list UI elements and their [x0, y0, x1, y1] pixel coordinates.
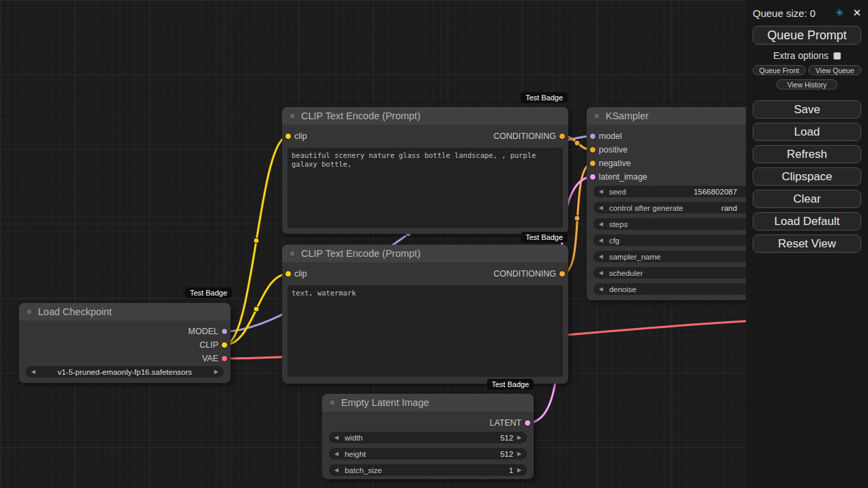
node-graph-canvas[interactable]: Load Checkpoint MODEL CLIP VAE ◀ v1-5-pr…	[0, 0, 868, 488]
extra-options-checkbox[interactable]	[833, 52, 841, 60]
node-title: Load Checkpoint	[38, 306, 112, 317]
node-title: CLIP Text Encode (Prompt)	[301, 248, 420, 259]
widget-label: width	[344, 434, 363, 442]
height-widget[interactable]: ◀ height 512 ▶	[329, 448, 527, 460]
load-default-button[interactable]: Load Default	[753, 212, 861, 230]
node-title-bar[interactable]: Load Checkpoint	[19, 303, 231, 321]
node-title-bar[interactable]: CLIP Text Encode (Prompt)	[282, 245, 568, 262]
node-title-bar[interactable]: CLIP Text Encode (Prompt)	[282, 107, 568, 125]
collapse-dot-icon[interactable]	[289, 250, 296, 257]
wire-clip-positive	[224, 136, 288, 345]
node-title: Empty Latent Image	[341, 397, 429, 408]
node-title: KSampler	[606, 110, 649, 121]
arrow-right-icon[interactable]: ▶	[214, 369, 218, 375]
node-badge: Test Badge	[487, 379, 534, 390]
output-label-latent: LATENT	[490, 416, 521, 430]
prompt-textarea[interactable]: beautiful scenery nature glass bottle la…	[288, 148, 563, 228]
output-label-vae: VAE	[202, 352, 218, 365]
arrow-right-icon[interactable]: ▶	[517, 451, 521, 457]
queue-front-button[interactable]: Queue Front	[753, 65, 806, 75]
input-label-negative: negative	[599, 157, 631, 170]
collapse-dot-icon[interactable]	[26, 308, 33, 315]
collapse-dot-icon[interactable]	[329, 399, 336, 406]
wire-midpoint-clip-positive	[254, 238, 259, 243]
input-label-model: model	[599, 129, 622, 143]
widget-value: rand	[722, 204, 737, 212]
output-label-model: MODEL	[189, 325, 218, 338]
ckpt-name-value: v1-5-pruned-emaonly-fp16.safetensors	[39, 368, 210, 376]
menu-panel: Queue size: 0 ✳ ✕ Queue Prompt Extra opt…	[746, 0, 868, 488]
node-load-checkpoint[interactable]: Load Checkpoint MODEL CLIP VAE ◀ v1-5-pr…	[19, 303, 231, 383]
save-button[interactable]: Save	[753, 100, 861, 119]
settings-icon[interactable]: ✳	[835, 7, 844, 19]
wire-midpoint-cond-negative	[574, 216, 580, 221]
clear-button[interactable]: Clear	[753, 190, 861, 208]
widget-label: seed	[609, 188, 626, 196]
input-label-clip: clip	[294, 129, 307, 143]
arrow-left-icon[interactable]: ◀	[599, 221, 603, 227]
widget-label: sampler_name	[609, 253, 660, 261]
input-label-positive: positive	[599, 143, 627, 157]
arrow-right-icon[interactable]: ▶	[517, 467, 521, 473]
load-button[interactable]: Load	[753, 123, 861, 141]
node-badge: Test Badge	[521, 232, 568, 243]
node-title: CLIP Text Encode (Prompt)	[301, 110, 420, 121]
view-history-button[interactable]: View History	[776, 79, 837, 89]
width-widget[interactable]: ◀ width 512 ▶	[329, 432, 527, 443]
arrow-left-icon[interactable]: ◀	[599, 270, 603, 276]
widget-label: cfg	[609, 237, 619, 245]
prompt-textarea[interactable]: text, watermark	[288, 285, 563, 377]
wire-midpoint-clip-negative	[254, 306, 259, 312]
arrow-left-icon[interactable]: ◀	[599, 253, 603, 260]
collapse-dot-icon[interactable]	[289, 113, 296, 119]
input-label-latent-image: latent_image	[599, 170, 648, 184]
node-badge: Test Badge	[521, 92, 568, 103]
node-clip-text-encode-negative[interactable]: CLIP Text Encode (Prompt) clip CONDITION…	[282, 245, 568, 384]
widget-value: 512	[500, 434, 513, 442]
widget-label: batch_size	[344, 466, 382, 474]
widget-label: height	[344, 450, 366, 458]
arrow-left-icon[interactable]: ◀	[599, 286, 603, 292]
output-label-clip: CLIP	[199, 338, 218, 352]
batch-size-widget[interactable]: ◀ batch_size 1 ▶	[329, 464, 527, 476]
ckpt-name-widget[interactable]: ◀ v1-5-pruned-emaonly-fp16.safetensors ▶	[26, 366, 224, 378]
arrow-left-icon[interactable]: ◀	[334, 434, 338, 441]
queue-prompt-button[interactable]: Queue Prompt	[753, 26, 861, 45]
queue-size-label: Queue size: 0	[753, 7, 816, 19]
output-label-conditioning: CONDITIONING	[494, 267, 556, 281]
reset-view-button[interactable]: Reset View	[753, 235, 861, 253]
arrow-left-icon[interactable]: ◀	[334, 467, 338, 473]
view-queue-button[interactable]: View Queue	[808, 65, 861, 75]
arrow-left-icon[interactable]: ◀	[599, 188, 603, 195]
node-empty-latent-image[interactable]: Empty Latent Image LATENT ◀ width 512 ▶ …	[322, 394, 534, 479]
arrow-left-icon[interactable]: ◀	[31, 369, 35, 375]
node-title-bar[interactable]: Empty Latent Image	[322, 394, 534, 411]
arrow-left-icon[interactable]: ◀	[599, 237, 603, 243]
close-icon[interactable]: ✕	[852, 7, 861, 19]
arrow-left-icon[interactable]: ◀	[599, 205, 603, 211]
widget-value: 512	[500, 450, 513, 458]
clipspace-button[interactable]: Clipspace	[753, 167, 861, 186]
output-label-conditioning: CONDITIONING	[494, 129, 556, 143]
node-badge: Test Badge	[185, 287, 232, 298]
widget-value: 1566802087	[694, 188, 737, 196]
node-clip-text-encode-positive[interactable]: CLIP Text Encode (Prompt) clip CONDITION…	[282, 107, 568, 234]
widget-value: 1	[509, 466, 513, 474]
arrow-left-icon[interactable]: ◀	[334, 451, 338, 457]
collapse-dot-icon[interactable]	[593, 113, 600, 119]
wire-midpoint-cond-positive	[574, 140, 580, 146]
arrow-right-icon[interactable]: ▶	[517, 434, 521, 441]
wire-clip-negative	[224, 274, 288, 345]
extra-options-label: Extra options	[773, 50, 829, 61]
widget-label: control after generate	[609, 204, 683, 212]
widget-label: steps	[609, 220, 628, 228]
refresh-button[interactable]: Refresh	[753, 145, 861, 163]
widget-label: scheduler	[609, 269, 643, 277]
input-label-clip: clip	[294, 267, 307, 281]
widget-label: denoise	[609, 285, 636, 293]
